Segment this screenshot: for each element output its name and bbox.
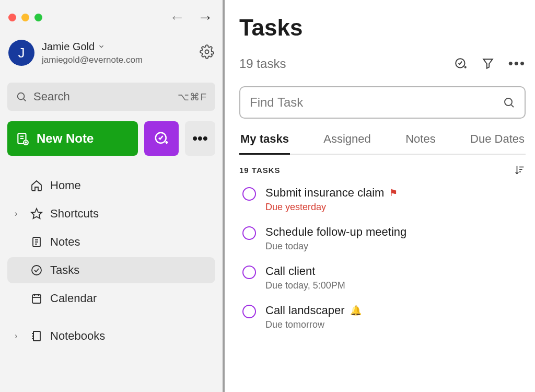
calendar-icon [30,292,43,305]
account-row[interactable]: J Jamie Gold jamiegold@evernote.com [4,30,218,71]
window-close-dot[interactable] [8,14,16,21]
task-row[interactable]: Call client Due today, 5:00PM [239,264,526,291]
new-note-button[interactable]: New Note [7,121,138,156]
task-checkbox[interactable] [242,305,256,318]
task-row[interactable]: Schedule follow-up meeting Due today [239,225,526,252]
subheader: 19 tasks ••• [239,55,526,72]
chevron-right-icon: › [15,209,17,218]
gear-icon [200,44,214,59]
svg-rect-22 [33,331,40,341]
find-placeholder: Find Task [250,95,303,110]
nav-shortcuts[interactable]: › Shortcuts [7,201,215,227]
bell-icon: 🔔 [350,305,362,316]
nav-notes-label: Notes [50,235,80,249]
more-actions-button[interactable]: ••• [185,121,215,156]
svg-point-17 [32,266,41,275]
back-arrow-icon[interactable]: ← [169,9,185,25]
task-checkbox[interactable] [242,226,256,240]
account-name: Jamie Gold [42,41,143,53]
task-checkbox[interactable] [242,266,256,279]
find-task-input[interactable]: Find Task [239,86,526,119]
task-due: Due tomorrow [265,319,362,330]
avatar: J [8,40,34,66]
tab-due-dates[interactable]: Due Dates [469,132,526,154]
new-task-button[interactable] [144,121,179,156]
task-list: Submit insurance claim ⚑ Due yesterday S… [239,186,526,330]
notebook-icon [30,330,43,342]
subheader-actions: ••• [454,55,526,72]
page-title: Tasks [239,15,526,41]
task-count: 19 tasks [239,56,286,71]
chevron-right-icon: › [15,331,17,341]
svg-line-2 [24,99,26,101]
svg-point-1 [18,93,25,100]
tab-my-tasks[interactable]: My tasks [239,132,290,155]
ellipsis-icon: ••• [192,130,207,147]
more-icon[interactable]: ••• [508,55,526,72]
forward-arrow-icon[interactable]: → [197,9,213,25]
nav-notebooks-label: Notebooks [50,329,105,343]
nav-tasks-label: Tasks [50,263,79,277]
add-task-icon[interactable] [454,57,468,71]
nav-home[interactable]: Home [7,172,215,199]
task-due: Due today [265,241,406,252]
sidebar-search[interactable]: Search ⌥⌘F [7,83,215,111]
nav-notebooks[interactable]: › Notebooks [7,323,215,349]
sort-icon[interactable] [514,164,526,176]
flag-icon: ⚑ [389,187,398,199]
nav-calendar-label: Calendar [50,292,97,305]
task-due: Due yesterday [265,202,398,213]
search-icon [503,96,515,109]
primary-actions: New Note ••• [7,121,215,156]
account-name-text: Jamie Gold [42,41,95,53]
svg-point-0 [205,50,209,54]
nav-notes[interactable]: Notes [7,229,215,255]
svg-marker-12 [31,209,42,218]
task-due: Due today, 5:00PM [265,280,345,291]
sidebar: ← → J Jamie Gold jamiegold@evernote.com … [0,0,225,392]
window-minimize-dot[interactable] [21,14,29,21]
task-title: Call client [265,264,315,278]
note-plus-icon [16,132,29,145]
account-email: jamiegold@evernote.com [42,55,143,65]
svg-rect-18 [32,295,41,303]
account-info: Jamie Gold jamiegold@evernote.com [42,41,143,65]
task-row[interactable]: Call landscaper 🔔 Due tomorrow [239,304,526,330]
star-icon [30,207,43,220]
search-placeholder: Search [33,90,70,103]
nav-home-label: Home [50,179,81,192]
task-title: Call landscaper [265,304,345,317]
list-header: 19 TASKS [239,164,526,176]
search-icon [16,91,27,102]
task-tabs: My tasks Assigned Notes Due Dates [239,132,526,155]
tab-assigned[interactable]: Assigned [322,132,372,154]
window-zoom-dot[interactable] [34,14,42,21]
list-header-text: 19 TASKS [239,166,281,175]
nav-list: Home › Shortcuts Notes Tasks Calendar › … [4,171,218,350]
tab-notes[interactable]: Notes [404,132,436,154]
svg-line-31 [511,105,514,107]
svg-point-30 [505,98,512,106]
nav-calendar[interactable]: Calendar [7,285,215,312]
task-row[interactable]: Submit insurance claim ⚑ Due yesterday [239,186,526,213]
window-controls: ← → [4,6,218,30]
task-plus-icon [154,131,169,146]
filter-icon[interactable] [481,57,495,71]
task-title: Schedule follow-up meeting [265,225,406,239]
task-title: Submit insurance claim [265,186,384,200]
check-circle-icon [30,264,43,276]
nav-shortcuts-label: Shortcuts [50,207,99,221]
chevron-down-icon [98,43,105,50]
nav-tasks[interactable]: Tasks [7,257,215,283]
settings-button[interactable] [200,44,214,61]
new-note-label: New Note [37,131,94,146]
home-icon [30,179,43,192]
history-nav: ← → [169,9,213,25]
note-icon [30,236,43,248]
main-panel: Tasks 19 tasks ••• Find Task My tasks As… [225,0,535,392]
task-checkbox[interactable] [242,187,256,201]
search-shortcut: ⌥⌘F [178,91,207,103]
